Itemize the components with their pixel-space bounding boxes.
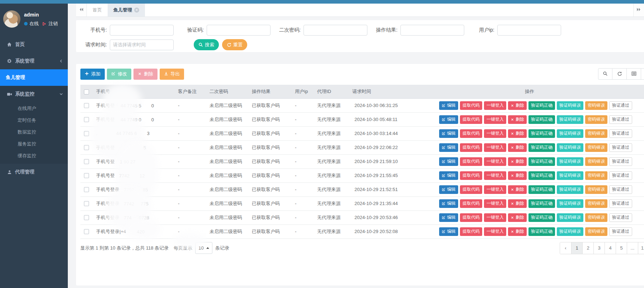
one-key-login-button[interactable]: 一键登入 (484, 185, 506, 194)
edit-button[interactable]: 编辑 (439, 171, 458, 180)
one-key-login-button[interactable]: 一键登入 (484, 171, 506, 180)
user-ip-input[interactable] (497, 25, 561, 36)
col-op-result[interactable]: 操作结果 (249, 85, 292, 98)
row-checkbox[interactable] (84, 103, 89, 108)
row-checkbox[interactable] (84, 173, 89, 178)
sidebar-subitem-service-monitor[interactable]: 服务监控 (0, 138, 68, 150)
delete-button[interactable]: 删除 (508, 115, 527, 124)
row-checkbox[interactable] (84, 215, 89, 220)
page-1-button[interactable]: 1 (571, 242, 582, 254)
verify-pass-button[interactable]: 验证通过 (609, 171, 632, 180)
captcha-correct-button[interactable]: 验证码正确 (528, 101, 555, 110)
row-checkbox[interactable] (84, 117, 89, 122)
extract-code-button[interactable]: 提取代码 (460, 143, 482, 152)
sidebar-item-agent-management[interactable]: 代理管理 (0, 164, 68, 180)
captcha-wrong-button[interactable]: 验证码错误 (557, 199, 583, 208)
sidebar-item-system-monitor[interactable]: 系统监控 (0, 86, 68, 102)
table-search-button[interactable] (598, 68, 612, 80)
sidebar-item-fish-management[interactable]: 鱼儿管理 (0, 69, 68, 86)
sidebar-subitem-online-users[interactable]: 在线用户 (0, 102, 68, 114)
password-wrong-button[interactable]: 密码错误 (585, 171, 607, 180)
scroll-tabs-right-button[interactable] (633, 4, 644, 17)
edit-button[interactable]: 编辑 (439, 157, 458, 166)
row-checkbox[interactable] (84, 201, 89, 206)
password-wrong-button[interactable]: 密码错误 (585, 129, 607, 138)
captcha-correct-button[interactable]: 验证码正确 (528, 157, 555, 166)
extract-code-button[interactable]: 提取代码 (460, 157, 482, 166)
col-user-ip[interactable]: 用户ip (292, 85, 314, 98)
extract-code-button[interactable]: 提取代码 (460, 213, 482, 222)
col-request-time[interactable]: 请求时间 (349, 85, 410, 98)
captcha-correct-button[interactable]: 验证码正确 (528, 143, 555, 152)
verify-pass-button[interactable]: 验证通过 (609, 213, 632, 222)
search-button[interactable]: 搜索 (194, 39, 219, 50)
sidebar-subitem-scheduled-tasks[interactable]: 定时任务 (0, 114, 68, 126)
captcha-wrong-button[interactable]: 验证码错误 (557, 101, 583, 110)
delete-button[interactable]: 删除 (508, 143, 527, 152)
one-key-login-button[interactable]: 一键登入 (484, 129, 506, 138)
export-button[interactable]: 导出 (160, 69, 184, 80)
modify-button[interactable]: 修改 (107, 69, 131, 80)
delete-button[interactable]: 删除 (508, 171, 527, 180)
captcha-wrong-button[interactable]: 验证码错误 (557, 157, 583, 166)
captcha-wrong-button[interactable]: 验证码错误 (557, 143, 583, 152)
delete-button[interactable]: 删除 (508, 213, 527, 222)
captcha-wrong-button[interactable]: 验证码错误 (557, 185, 583, 194)
table-columns-button[interactable] (627, 68, 641, 80)
verify-pass-button[interactable]: 验证通过 (609, 185, 632, 194)
extract-code-button[interactable]: 提取代码 (460, 115, 482, 124)
captcha-wrong-button[interactable]: 验证码错误 (557, 213, 583, 222)
extract-code-button[interactable]: 提取代码 (460, 185, 482, 194)
password-wrong-button[interactable]: 密码错误 (585, 213, 607, 222)
reset-button[interactable]: 重置 (222, 39, 247, 50)
logout-link[interactable]: 注销 (48, 20, 58, 27)
delete-button[interactable]: 删除 (508, 185, 527, 194)
tab-home[interactable]: 首页 (87, 4, 108, 17)
delete-button[interactable]: 删除 (133, 69, 158, 80)
one-key-login-button[interactable]: 一键登入 (484, 115, 506, 124)
table-toggle-button[interactable] (641, 68, 644, 80)
one-key-login-button[interactable]: 一键登入 (484, 101, 506, 110)
password-wrong-button[interactable]: 密码错误 (585, 157, 607, 166)
page-5-button[interactable]: 5 (616, 242, 627, 254)
edit-button[interactable]: 编辑 (439, 129, 458, 138)
close-icon[interactable]: ✕ (134, 8, 139, 13)
table-refresh-button[interactable] (612, 68, 627, 80)
edit-button[interactable]: 编辑 (439, 185, 458, 194)
select-all-checkbox[interactable] (84, 89, 89, 94)
second-password-input[interactable] (304, 25, 367, 36)
captcha-correct-button[interactable]: 验证码正确 (528, 199, 555, 208)
row-checkbox[interactable] (84, 145, 89, 150)
edit-button[interactable]: 编辑 (439, 199, 458, 208)
row-checkbox[interactable] (84, 131, 89, 136)
extract-code-button[interactable]: 提取代码 (460, 199, 482, 208)
row-checkbox[interactable] (84, 229, 89, 234)
prev-page-button[interactable]: ‹ (560, 242, 571, 254)
page-2-button[interactable]: 2 (582, 242, 593, 254)
scroll-tabs-left-button[interactable] (76, 4, 87, 17)
captcha-correct-button[interactable]: 验证码正确 (528, 227, 555, 236)
extract-code-button[interactable]: 提取代码 (460, 171, 482, 180)
password-wrong-button[interactable]: 密码错误 (585, 227, 607, 236)
verify-pass-button[interactable]: 验证通过 (609, 129, 632, 138)
delete-button[interactable]: 删除 (508, 129, 527, 138)
captcha-wrong-button[interactable]: 验证码错误 (557, 129, 583, 138)
verify-pass-button[interactable]: 验证通过 (609, 115, 632, 124)
delete-button[interactable]: 删除 (508, 157, 527, 166)
edit-button[interactable]: 编辑 (439, 101, 458, 110)
sidebar-subitem-data-monitor[interactable]: 数据监控 (0, 126, 68, 138)
edit-button[interactable]: 编辑 (439, 213, 458, 222)
delete-button[interactable]: 删除 (508, 199, 527, 208)
one-key-login-button[interactable]: 一键登入 (484, 199, 506, 208)
page-12-button[interactable]: 12 (638, 242, 644, 254)
verify-pass-button[interactable]: 验证通过 (609, 199, 632, 208)
captcha-correct-button[interactable]: 验证码正确 (528, 129, 555, 138)
phone-input[interactable] (110, 25, 174, 36)
captcha-wrong-button[interactable]: 验证码错误 (557, 115, 583, 124)
add-button[interactable]: 添加 (80, 69, 105, 80)
password-wrong-button[interactable]: 密码错误 (585, 101, 607, 110)
extract-code-button[interactable]: 提取代码 (460, 129, 482, 138)
col-phone[interactable]: 手机号 (93, 85, 175, 98)
password-wrong-button[interactable]: 密码错误 (585, 115, 607, 124)
sidebar-item-home[interactable]: 首页 (0, 36, 68, 53)
